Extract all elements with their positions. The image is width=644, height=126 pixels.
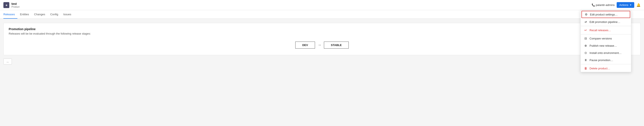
product-name: test bbox=[12, 2, 592, 6]
gear-icon: ⚙ bbox=[584, 13, 588, 16]
nav-tabs: Releases Entities Changes Config Issues bbox=[0, 10, 644, 19]
divider-3 bbox=[580, 64, 631, 64]
tab-entities[interactable]: Entities bbox=[18, 10, 32, 19]
header: ◈ test Product 📞 palantir-admins Actions… bbox=[0, 0, 644, 10]
palantir-admins[interactable]: 📞 palantir-admins bbox=[592, 4, 615, 6]
menu-item-recall-releases[interactable]: ↩ Recall releases… bbox=[580, 26, 631, 34]
menu-item-pause-promotion[interactable]: ⏸ Pause promotion… bbox=[580, 56, 631, 64]
tab-releases[interactable]: Releases bbox=[4, 10, 18, 19]
pipeline-arrow: → bbox=[318, 43, 321, 47]
recall-icon: ↩ bbox=[584, 28, 588, 32]
menu-item-install-onto-environment[interactable]: ⊙ Install onto environment… bbox=[580, 49, 631, 56]
header-right: 📞 palantir-admins Actions ▼ 🔔 bbox=[592, 2, 640, 8]
product-info: test Product bbox=[12, 2, 592, 8]
pause-icon: ⏸ bbox=[584, 58, 588, 62]
menu-item-edit-promotion-pipeline[interactable]: ⇄ Edit promotion pipeline… bbox=[580, 18, 631, 26]
compare-icon: ⊟ bbox=[584, 37, 588, 40]
small-action-button[interactable]: ... bbox=[4, 58, 12, 64]
tab-issues[interactable]: Issues bbox=[61, 10, 74, 19]
install-icon: ⊙ bbox=[584, 51, 588, 54]
card-title: Promotion pipeline bbox=[9, 27, 635, 31]
main-content: Promotion pipeline Releases will be be e… bbox=[0, 19, 644, 69]
menu-item-edit-product-settings[interactable]: ⚙ Edit product settings… bbox=[582, 11, 630, 18]
actions-dropdown: ⚙ Edit product settings… ⇄ Edit promotio… bbox=[580, 10, 631, 69]
promotion-pipeline-card: Promotion pipeline Releases will be be e… bbox=[4, 23, 640, 55]
tab-config[interactable]: Config bbox=[48, 10, 61, 19]
palantir-admins-label: palantir-admins bbox=[596, 4, 615, 6]
menu-item-publish-new-release[interactable]: ⊕ Publish new release… bbox=[580, 42, 631, 49]
publish-icon: ⊕ bbox=[584, 44, 588, 47]
pipeline-icon: ⇄ bbox=[584, 20, 588, 24]
notification-icon[interactable]: 🔔 bbox=[636, 3, 640, 7]
card-subtitle: Releases will be be evaluated through th… bbox=[9, 32, 635, 35]
actions-label: Actions bbox=[619, 4, 628, 6]
pipeline-stage-dev: DEV bbox=[295, 42, 315, 48]
trash-icon: 🗑 bbox=[584, 66, 588, 69]
tab-changes[interactable]: Changes bbox=[32, 10, 48, 19]
app-icon: ◈ bbox=[4, 2, 9, 8]
pipeline: DEV → STABLE bbox=[9, 40, 635, 51]
menu-item-compare-versions[interactable]: ⊟ Compare versions bbox=[580, 35, 631, 42]
product-type: Product bbox=[12, 6, 592, 8]
pipeline-stage-stable: STABLE bbox=[324, 42, 349, 48]
actions-button[interactable]: Actions ▼ bbox=[617, 2, 634, 8]
caret-icon: ▼ bbox=[630, 4, 632, 6]
phone-icon: 📞 bbox=[592, 4, 595, 6]
menu-item-delete-product[interactable]: 🗑 Delete product… bbox=[580, 65, 631, 69]
